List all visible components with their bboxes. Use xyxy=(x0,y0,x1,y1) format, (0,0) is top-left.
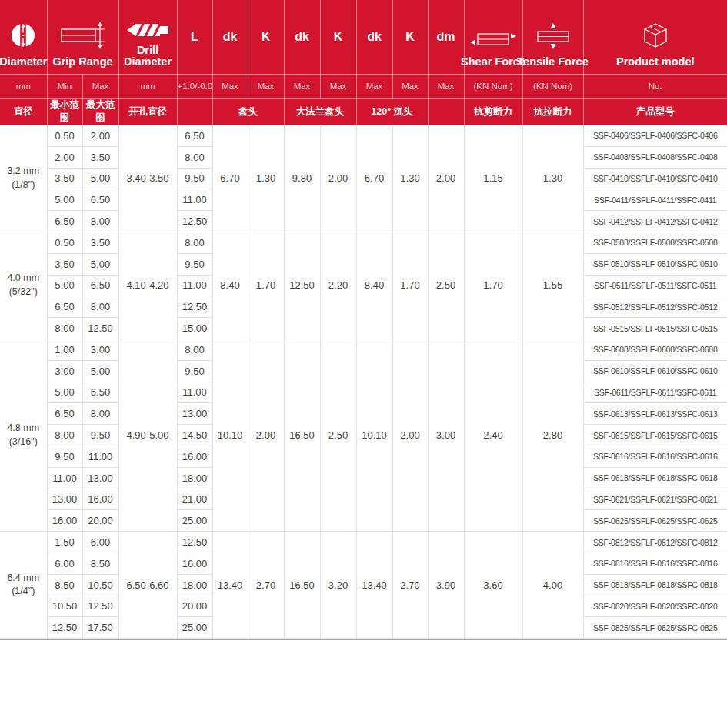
col-drill-diameter: Drill Diameter xyxy=(118,0,177,75)
cell-grip-max: 8.00 xyxy=(82,403,118,425)
cell-grip-max: 2.00 xyxy=(82,125,118,147)
col-flange-dk: dk xyxy=(284,0,320,75)
cell-length: 21.00 xyxy=(177,489,212,510)
cell-grip-max: 20.00 xyxy=(82,510,118,532)
tensile-force-icon xyxy=(535,22,572,51)
cell-grip-max: 3.00 xyxy=(82,339,118,360)
col-csk-k: K xyxy=(392,0,428,75)
col-shear-force: Shear Force xyxy=(464,0,522,75)
cn-pan-head: 盘头 xyxy=(212,99,284,125)
cell-diameter: 4.0 mm(5/32") xyxy=(0,232,47,339)
col-product-model: Product model xyxy=(583,0,727,75)
subheader-dm-max: Max xyxy=(428,75,464,99)
cell-product-model: SSF-0608/SSFLF-0608/SSFC-0608 xyxy=(583,339,727,360)
cell-product-model: SSF-0613/SSFLF-0613/SSFC-0613 xyxy=(583,403,727,425)
cell-pan-dk: 8.40 xyxy=(212,232,248,339)
col-pan-dk: dk xyxy=(212,0,248,75)
cell-length: 11.00 xyxy=(177,189,212,211)
col-flange-k-label: K xyxy=(334,30,343,44)
cell-length: 16.00 xyxy=(177,553,212,574)
cell-dm: 2.00 xyxy=(428,125,464,232)
cell-csk-dk: 6.70 xyxy=(356,125,392,232)
cell-length: 11.00 xyxy=(177,382,212,403)
cell-pan-dk: 6.70 xyxy=(212,125,248,232)
subheader-product-no: No. xyxy=(583,75,727,99)
cell-product-model: SSF-0510/SSFLF-0510/SSFC-0510 xyxy=(583,253,727,275)
col-pan-k: K xyxy=(248,0,284,75)
spec-table-wrap: Diameter Grip Range xyxy=(0,0,727,640)
cell-product-model: SSF-0412/SSFLF-0412/SSFC-0412 xyxy=(583,211,727,232)
cn-shear: 抗剪断力 xyxy=(464,99,522,125)
col-grip-range: Grip Range xyxy=(47,0,118,75)
cell-grip-max: 6.50 xyxy=(82,189,118,211)
cell-grip-max: 16.00 xyxy=(82,489,118,510)
cell-dm: 3.00 xyxy=(428,339,464,531)
product-box-icon xyxy=(641,22,670,51)
subheader-diameter-unit: mm xyxy=(0,75,47,99)
cell-flange-k: 2.50 xyxy=(320,339,356,531)
cell-length: 6.50 xyxy=(177,125,212,147)
cn-product-model: 产品型号 xyxy=(583,99,727,125)
cell-grip-max: 11.00 xyxy=(82,446,118,467)
cell-csk-k: 1.30 xyxy=(392,125,428,232)
col-pan-k-label: K xyxy=(262,30,271,44)
cell-csk-k: 1.70 xyxy=(392,232,428,339)
cell-grip-max: 17.50 xyxy=(82,617,118,639)
col-csk-k-label: K xyxy=(405,30,415,44)
cell-product-model: SSF-0616/SSFLF-0616/SSFC-0616 xyxy=(583,446,727,467)
cell-product-model: SSF-0816/SSFLF-0816/SSFC-0816 xyxy=(583,553,727,574)
cell-grip-min: 2.00 xyxy=(47,146,82,168)
cell-pan-k: 2.70 xyxy=(248,532,284,639)
cell-tensile-force: 1.55 xyxy=(522,232,583,339)
cell-diameter: 6.4 mm(1/4") xyxy=(0,532,47,639)
cell-tensile-force: 1.30 xyxy=(522,125,583,232)
cell-product-model: SSF-0610/SSFLF-0610/SSFC-0610 xyxy=(583,360,727,382)
cell-pan-k: 1.70 xyxy=(248,232,284,339)
cell-grip-min: 1.00 xyxy=(47,339,82,360)
cell-grip-min: 6.00 xyxy=(47,553,82,574)
cell-length: 9.50 xyxy=(177,168,212,189)
col-product-model-label: Product model xyxy=(616,56,695,68)
subheader-shear-unit: (KN Nom) xyxy=(464,75,522,99)
col-tensile-force: Tensile Force xyxy=(522,0,583,75)
cell-grip-max: 12.50 xyxy=(82,596,118,617)
cell-flange-dk: 12.50 xyxy=(284,232,320,339)
subheader-drill-unit: mm xyxy=(118,75,177,99)
rivet-spec-table: Diameter Grip Range xyxy=(0,0,727,639)
cell-product-model: SSF-0621/SSFLF-0621/SSFC-0621 xyxy=(583,489,727,510)
cell-grip-max: 3.50 xyxy=(82,232,118,253)
cell-grip-max: 8.50 xyxy=(82,553,118,574)
cell-tensile-force: 2.80 xyxy=(522,339,583,531)
cell-grip-max: 5.00 xyxy=(82,168,118,189)
cell-product-model: SSF-0408/SSFLF-0408/SSFC-0408 xyxy=(583,146,727,168)
cell-length: 13.00 xyxy=(177,403,212,425)
cell-grip-max: 8.00 xyxy=(82,296,118,318)
shear-force-icon xyxy=(469,28,517,51)
cell-length: 25.00 xyxy=(177,510,212,532)
cell-grip-max: 10.50 xyxy=(82,574,118,596)
cell-product-model: SSF-0411/SSFLF-0411/SSFC-0411 xyxy=(583,189,727,211)
cell-grip-max: 5.00 xyxy=(82,253,118,275)
cell-grip-min: 3.50 xyxy=(47,253,82,275)
col-diameter-label: Diameter xyxy=(0,56,47,68)
cn-tensile: 抗拉断力 xyxy=(522,99,583,125)
col-length: L xyxy=(177,0,212,75)
cn-diameter: 直径 xyxy=(0,99,47,125)
cell-product-model: SSF-0625/SSFLF-0625/SSFC-0625 xyxy=(583,510,727,532)
cell-length: 18.00 xyxy=(177,574,212,596)
cell-drill-diameter: 3.40-3.50 xyxy=(118,125,177,232)
subheader-pan-k-max: Max xyxy=(248,75,284,99)
cell-shear-force: 3.60 xyxy=(464,532,522,639)
cn-length-empty xyxy=(177,99,212,125)
cell-grip-min: 0.50 xyxy=(47,125,82,147)
cell-grip-max: 3.50 xyxy=(82,146,118,168)
cell-pan-k: 1.30 xyxy=(248,125,284,232)
subheader-length-tolerance: +1.0/-0.0 xyxy=(177,75,212,99)
cell-drill-diameter: 4.90-5.00 xyxy=(118,339,177,531)
cell-grip-min: 3.00 xyxy=(47,360,82,382)
subheader-csk-k-max: Max xyxy=(392,75,428,99)
cell-length: 8.00 xyxy=(177,339,212,360)
cell-flange-k: 2.00 xyxy=(320,125,356,232)
cell-length: 9.50 xyxy=(177,360,212,382)
cell-shear-force: 1.15 xyxy=(464,125,522,232)
